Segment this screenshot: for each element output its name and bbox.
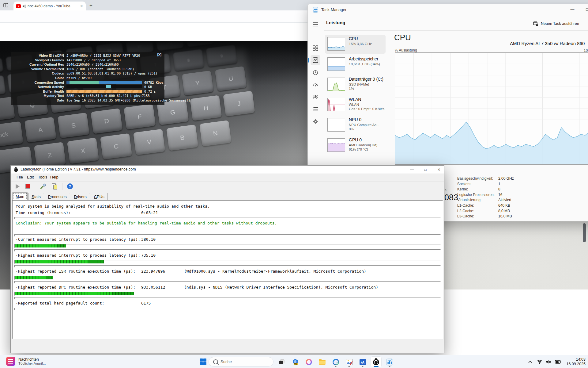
cpu-detail-value: 8 [498,187,500,191]
running-indicator [362,366,364,367]
stats-value: 3840x2160@60 / 3840x2160@60 [66,62,119,67]
nav-performance-icon[interactable] [311,55,320,65]
latencymon-titlebar[interactable]: LatencyMon (Home Edition ) v 7.31 - http… [11,166,444,174]
cpu-detail-label: Kerne: [457,187,468,191]
task-manager-titlebar[interactable]: Task-Manager — □ [308,4,588,15]
tab-processes[interactable]: Processes [45,193,70,200]
stats-row: Viewport / Frames1423x800 / 7 dropped of… [13,58,162,63]
tray-chevron-icon[interactable] [528,361,532,363]
svg-text:?: ? [69,184,71,189]
tab-cpus[interactable]: CPUs [91,193,108,200]
nav-services-icon[interactable] [311,117,320,126]
measurement-label: ·Current measured interrupt to process l… [16,237,140,242]
stats-row: Mystery TextSABR, s:8 t:60.81 b:0.000-61… [13,94,162,98]
latency-bar-track [14,265,441,267]
tab-audio-icon[interactable] [22,4,26,8]
minimize-button[interactable]: — [405,166,418,173]
stop-monitor-icon[interactable] [25,184,30,189]
copilot-button[interactable] [303,357,314,367]
stats-label: Viewport / Frames [13,58,64,63]
stats-row: Connection Speed69782 Kbps [13,80,162,85]
image-editor-button[interactable] [344,357,354,367]
cpu-detail-value: 2,00 GHz [498,176,514,181]
clock[interactable]: 14:03 16.09.2025 [566,357,586,366]
latencymon-taskbar-button[interactable] [371,357,381,367]
stats-row: DateTue Sep 16 2025 14:03:35 GMT+0200 (M… [13,98,162,103]
perf-item-gpu-0[interactable]: GPU 0AMD Radeon(TM)...61% (70 °C) [325,136,386,155]
cpu-detail-value: 16 [498,193,502,197]
widgets-button[interactable]: Nachrichten Tödlicher Angrif... [6,357,46,366]
perf-item-detail: AMD Radeon(TM)... [349,143,380,147]
menu-tools[interactable]: Tools [38,175,47,179]
cpu-detail-label: Logische Prozessoren: [457,193,495,197]
menu-help[interactable]: Help [50,175,58,179]
stats-label: Date [13,98,64,103]
menu-file[interactable]: File [17,175,23,179]
stats-label: Codecs [13,71,64,76]
dev-preview-app-icon: PRE [292,358,299,366]
file-explorer-button[interactable] [317,357,327,367]
tools-wrench-icon[interactable] [40,183,46,190]
tab-search-icon[interactable] [3,2,10,9]
maximize-button[interactable]: □ [580,4,588,14]
help-icon[interactable]: ? [67,183,73,190]
header-divider [324,30,588,31]
battery-icon[interactable] [555,360,561,364]
taskbar-search-input[interactable]: Suche [209,357,273,366]
nav-app-history-icon[interactable] [311,68,320,78]
measurement-driver-info: (ndis.sys - NDIS (Network Driver Interfa… [184,285,378,289]
task-manager-taskbar-icon [386,358,393,366]
tab-stats[interactable]: Stats [28,193,44,200]
tab-drivers[interactable]: Drivers [71,193,90,200]
blue-app-button[interactable]: /A [357,357,368,367]
measurement-label: ·Highest reported DPC routine execution … [16,285,135,289]
dev-preview-app-button[interactable]: PRE [290,357,300,367]
stats-close-button[interactable]: [X] [157,53,161,56]
search-icon [213,359,218,364]
nav-hamburger-icon[interactable] [311,19,320,29]
cpu-detail-value: 8,0 MB [498,209,510,213]
measurement-value: 6175 [141,301,151,305]
cpu-detail-row: L3-Cache:16,0 MB [457,214,474,218]
latencymon-toolbar: ? [11,181,444,191]
nav-processes-icon[interactable] [311,43,320,53]
copy-report-icon[interactable] [51,183,58,190]
start-button[interactable] [198,357,208,367]
close-button[interactable]: ✕ [432,166,445,173]
maximize-button[interactable]: □ [419,166,432,173]
cpu-stat-partial-number: 083 [444,193,458,202]
measurement-label: ·Highest reported ISR routine execution … [16,269,135,274]
perf-item-npu-0[interactable]: NPU 0NPU Compute Ac...0% [325,116,386,135]
new-tab-button[interactable]: + [89,2,92,9]
cpu-detail-row: Kerne:8 [457,187,468,191]
task-view-button[interactable] [277,357,287,367]
stats-value: 0.72 s [144,89,156,94]
stats-value: vp09.00.51.08.01.01.01.01.00 (315) / opu… [66,71,157,76]
menu-edit[interactable]: Edit [27,175,34,179]
run-new-task-button[interactable]: Neuen Task ausführen [533,19,579,28]
minimize-button[interactable]: — [565,4,579,14]
latency-bar-fill [15,260,104,263]
cpu-detail-value: 16,0 MB [498,214,512,218]
nav-details-icon[interactable] [311,104,320,114]
chart-axis-seconds-partial: s [445,188,447,192]
browser-tab[interactable]: nbc 4k60 demo - YouTube × [13,2,86,10]
tab-main[interactable]: Main [12,192,28,200]
wifi-icon[interactable] [537,360,542,364]
page-scrollbar-thumb[interactable] [583,223,586,242]
task-manager-taskbar-button[interactable] [384,357,395,367]
tab-close-icon[interactable]: × [80,4,83,8]
latencymon-tabbar: MainStatsProcessesDriversCPUs [12,193,108,201]
start-monitor-icon[interactable] [16,184,20,189]
volume-icon[interactable] [546,360,551,364]
perf-item-datentr-ger-0-c-[interactable]: Datenträger 0 (C:)SSD (NVMe)1% [325,75,386,94]
cpu-detail-value: 640 KB [498,203,510,208]
edge-button[interactable] [330,357,341,367]
nav-users-icon[interactable] [311,92,320,102]
perf-item-wlan[interactable]: WLANWLANGes.: 0 Empf.: 0 KBit/s [325,95,386,114]
latency-bar-track [14,260,441,264]
perf-item-arbeitsspeicher[interactable]: Arbeitsspeicher10,6/31,1 GB (34%) [325,55,386,74]
cpu-utilization-chart[interactable] [395,52,588,165]
perf-item-cpu[interactable]: CPU15% 3,36 GHz [325,35,386,54]
nav-startup-apps-icon[interactable] [311,80,320,90]
